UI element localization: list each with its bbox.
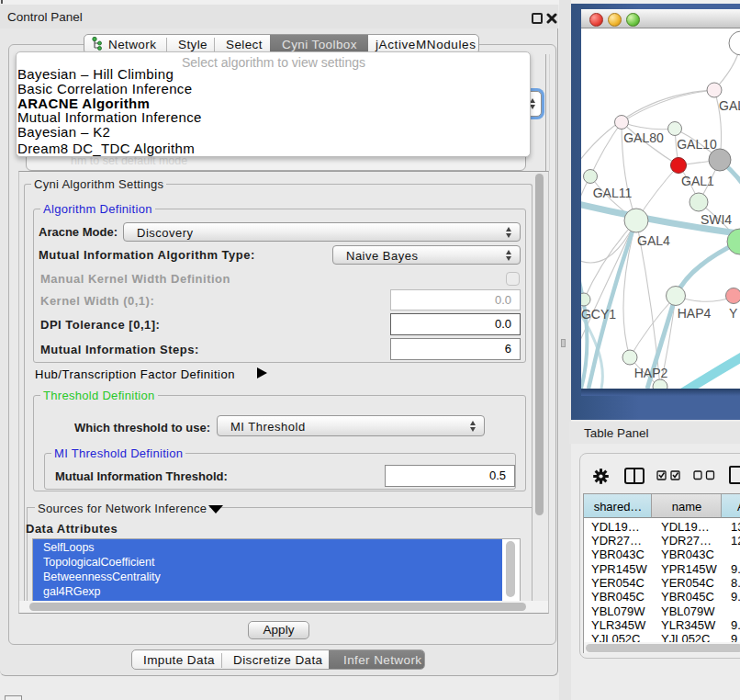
svg-text:SWI4: SWI4 <box>701 212 732 227</box>
svg-text:Y: Y <box>729 306 738 321</box>
svg-text:HAP4: HAP4 <box>678 306 712 321</box>
svg-text:GAL1: GAL1 <box>681 174 714 188</box>
svg-text:GAL11: GAL11 <box>593 186 633 200</box>
svg-text:GAL80: GAL80 <box>623 130 664 145</box>
svg-text:GAL7: GAL7 <box>719 98 740 113</box>
svg-text:GCY1: GCY1 <box>581 307 616 322</box>
svg-text:GAL10: GAL10 <box>677 137 717 152</box>
svg-text:GAL4: GAL4 <box>637 233 670 248</box>
svg-text:HAP2: HAP2 <box>634 366 668 380</box>
